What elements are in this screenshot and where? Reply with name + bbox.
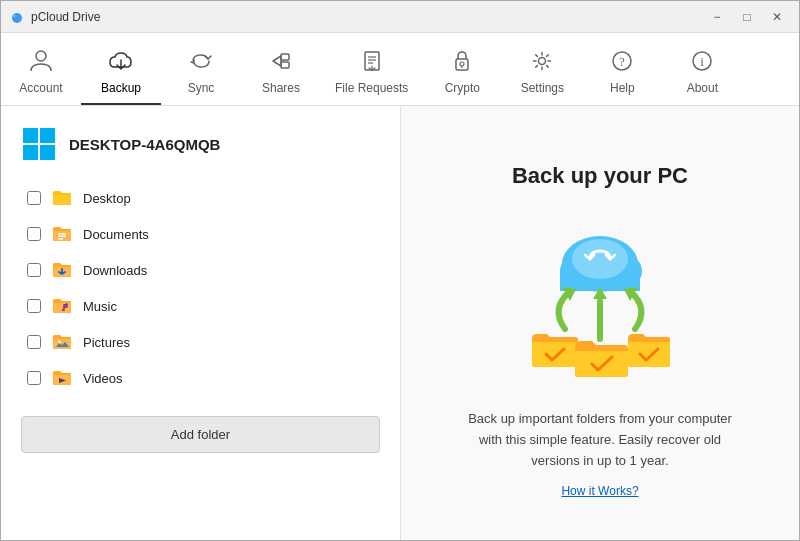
folder-name-pictures: Pictures — [83, 335, 130, 350]
folder-item-videos[interactable]: Videos — [21, 360, 380, 396]
nav-item-file-requests[interactable]: File Requests — [321, 39, 422, 105]
svg-rect-19 — [23, 145, 38, 160]
nav-item-crypto[interactable]: Crypto — [422, 39, 502, 105]
windows-logo-icon — [21, 126, 57, 162]
svg-rect-23 — [58, 238, 63, 240]
how-it-works-link[interactable]: How it Works? — [561, 484, 638, 498]
folder-name-videos: Videos — [83, 371, 123, 386]
folder-name-documents: Documents — [83, 227, 149, 242]
svg-point-1 — [13, 14, 16, 17]
left-panel: DESKTOP-4A6QMQB Desktop — [1, 106, 401, 541]
svg-point-31 — [572, 239, 628, 279]
folder-icon-documents — [51, 223, 73, 245]
svg-point-12 — [539, 58, 546, 65]
nav-item-shares[interactable]: Shares — [241, 39, 321, 105]
svg-point-10 — [460, 62, 464, 66]
folder-icon-videos — [51, 367, 73, 389]
sync-icon — [185, 45, 217, 77]
computer-header: DESKTOP-4A6QMQB — [21, 126, 380, 162]
folder-checkbox-desktop[interactable] — [27, 191, 41, 205]
titlebar: pCloud Drive − □ ✕ — [1, 1, 799, 33]
nav-item-sync[interactable]: Sync — [161, 39, 241, 105]
nav-item-backup[interactable]: Backup — [81, 39, 161, 105]
shares-icon — [265, 45, 297, 77]
nav-label-crypto: Crypto — [445, 81, 480, 95]
folder-item-desktop[interactable]: Desktop — [21, 180, 380, 216]
app-icon — [9, 9, 25, 25]
right-panel: Back up your PC — [401, 106, 799, 541]
file-requests-icon — [356, 45, 388, 77]
folder-item-documents[interactable]: Documents — [21, 216, 380, 252]
folder-checkbox-downloads[interactable] — [27, 263, 41, 277]
settings-icon — [526, 45, 558, 77]
svg-text:?: ? — [619, 54, 625, 69]
computer-name: DESKTOP-4A6QMQB — [69, 136, 220, 153]
about-icon: i — [686, 45, 718, 77]
svg-rect-3 — [281, 54, 289, 60]
nav-item-settings[interactable]: Settings — [502, 39, 582, 105]
svg-rect-22 — [58, 236, 66, 238]
minimize-button[interactable]: − — [703, 7, 731, 27]
folder-icon-music — [51, 295, 73, 317]
folder-item-downloads[interactable]: Downloads — [21, 252, 380, 288]
svg-point-2 — [36, 51, 46, 61]
folder-icon-desktop — [51, 187, 73, 209]
nav-label-backup: Backup — [101, 81, 141, 95]
navbar: Account Backup Sync — [1, 33, 799, 106]
svg-rect-17 — [23, 128, 38, 143]
titlebar-left: pCloud Drive — [9, 9, 100, 25]
close-button[interactable]: ✕ — [763, 7, 791, 27]
svg-point-25 — [58, 341, 60, 343]
help-icon: ? — [606, 45, 638, 77]
folder-list: Desktop Documents — [21, 180, 380, 396]
folder-checkbox-music[interactable] — [27, 299, 41, 313]
backup-description: Back up important folders from your comp… — [460, 409, 740, 471]
window-controls: − □ ✕ — [703, 7, 791, 27]
svg-rect-18 — [40, 128, 55, 143]
folder-name-desktop: Desktop — [83, 191, 131, 206]
folder-name-music: Music — [83, 299, 117, 314]
folder-name-downloads: Downloads — [83, 263, 147, 278]
svg-rect-4 — [281, 62, 289, 68]
nav-label-help: Help — [610, 81, 635, 95]
nav-label-account: Account — [19, 81, 62, 95]
backup-icon — [105, 45, 137, 77]
nav-label-sync: Sync — [188, 81, 215, 95]
folder-icon-downloads — [51, 259, 73, 281]
person-icon — [25, 45, 57, 77]
folder-checkbox-pictures[interactable] — [27, 335, 41, 349]
backup-title: Back up your PC — [512, 163, 688, 189]
folder-item-pictures[interactable]: Pictures — [21, 324, 380, 360]
folder-item-music[interactable]: Music — [21, 288, 380, 324]
svg-rect-9 — [456, 59, 468, 70]
folder-checkbox-videos[interactable] — [27, 371, 41, 385]
crypto-icon — [446, 45, 478, 77]
folder-checkbox-documents[interactable] — [27, 227, 41, 241]
nav-label-about: About — [687, 81, 718, 95]
svg-rect-21 — [58, 233, 66, 235]
folder-icon-pictures — [51, 331, 73, 353]
nav-label-file-requests: File Requests — [335, 81, 408, 95]
nav-item-account[interactable]: Account — [1, 39, 81, 105]
svg-text:i: i — [701, 54, 705, 69]
nav-item-about[interactable]: i About — [662, 39, 742, 105]
main-content: DESKTOP-4A6QMQB Desktop — [1, 106, 799, 541]
nav-item-help[interactable]: ? Help — [582, 39, 662, 105]
backup-illustration — [470, 209, 730, 389]
app-title: pCloud Drive — [31, 10, 100, 24]
svg-rect-20 — [40, 145, 55, 160]
nav-label-settings: Settings — [521, 81, 564, 95]
nav-label-shares: Shares — [262, 81, 300, 95]
maximize-button[interactable]: □ — [733, 7, 761, 27]
svg-point-24 — [62, 309, 64, 311]
add-folder-button[interactable]: Add folder — [21, 416, 380, 453]
